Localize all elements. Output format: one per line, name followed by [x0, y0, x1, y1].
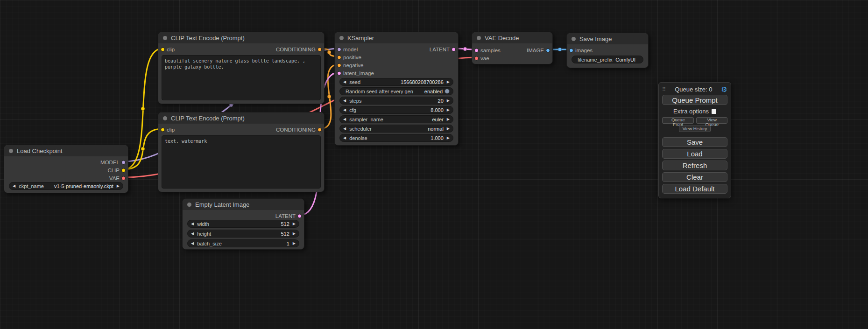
- arrow-right-icon[interactable]: ▶: [447, 136, 450, 140]
- width-widget[interactable]: ◀ width 512 ▶: [187, 220, 299, 228]
- widget-label: filename_prefix: [578, 57, 613, 63]
- arrow-left-icon[interactable]: ◀: [191, 242, 194, 245]
- refresh-button[interactable]: Refresh: [662, 161, 727, 170]
- widget-label: Random seed after every gen: [346, 89, 413, 94]
- clear-button[interactable]: Clear: [662, 172, 727, 182]
- collapse-dot-icon[interactable]: [163, 36, 167, 40]
- arrow-left-icon[interactable]: ◀: [343, 80, 346, 84]
- node-clip-text-encode-positive[interactable]: CLIP Text Encode (Prompt) clip CONDITION…: [158, 32, 325, 104]
- input-label-latent-image: latent_image: [343, 70, 374, 76]
- input-slot-clip-dot[interactable]: [161, 127, 165, 132]
- arrow-right-icon[interactable]: ▶: [293, 242, 296, 245]
- view-history-button[interactable]: View History: [679, 126, 711, 132]
- widget-label: height: [197, 231, 211, 237]
- node-titlebar[interactable]: KSampler: [335, 32, 458, 43]
- collapse-dot-icon[interactable]: [187, 203, 191, 207]
- cfg-widget[interactable]: ◀ cfg 8.000 ▶: [339, 106, 453, 114]
- ckpt-name-widget[interactable]: ◀ ckpt_name v1-5-pruned-emaonly.ckpt ▶: [9, 182, 123, 190]
- arrow-left-icon[interactable]: ◀: [343, 108, 346, 112]
- seed-widget[interactable]: ◀ seed 156680208700286 ▶: [339, 78, 453, 86]
- toggle-dot-icon[interactable]: [445, 89, 450, 94]
- collapse-dot-icon[interactable]: [9, 149, 13, 153]
- collapse-dot-icon[interactable]: [477, 36, 481, 40]
- collapse-dot-icon[interactable]: [572, 37, 576, 41]
- node-titlebar[interactable]: CLIP Text Encode (Prompt): [158, 32, 324, 43]
- extra-options-checkbox[interactable]: [712, 109, 716, 114]
- slot-row: latent_image: [335, 69, 458, 77]
- slot-row: clip CONDITIONING: [158, 45, 324, 53]
- input-slot-model-dot[interactable]: [337, 47, 341, 51]
- output-label-latent: LATENT: [275, 213, 296, 219]
- wire-clip-positive: [124, 49, 162, 169]
- denoise-widget[interactable]: ◀ denoise 1.000 ▶: [339, 134, 453, 142]
- arrow-right-icon[interactable]: ▶: [447, 108, 450, 112]
- output-slot-vae-dot[interactable]: [121, 176, 126, 180]
- input-slot-clip-dot[interactable]: [161, 47, 165, 51]
- output-slot-model-dot[interactable]: [121, 160, 126, 164]
- batch-size-widget[interactable]: ◀ batch_size 1 ▶: [187, 239, 299, 247]
- output-slot-image-dot[interactable]: [546, 48, 550, 52]
- arrow-left-icon[interactable]: ◀: [343, 127, 346, 131]
- node-save-image[interactable]: Save Image images filename_prefix ComfyU…: [566, 33, 649, 68]
- settings-gear-icon[interactable]: ⚙: [721, 86, 727, 93]
- arrow-left-icon[interactable]: ◀: [191, 222, 194, 226]
- load-default-button[interactable]: Load Default: [662, 184, 727, 194]
- node-ksampler[interactable]: KSampler model LATENT positive negative …: [334, 32, 459, 146]
- input-slot-vae-dot[interactable]: [474, 56, 479, 60]
- widget-value: 20: [438, 98, 444, 104]
- node-titlebar[interactable]: Empty Latent Image: [183, 199, 304, 210]
- arrow-right-icon[interactable]: ▶: [293, 222, 296, 226]
- arrow-right-icon[interactable]: ▶: [447, 118, 450, 121]
- arrow-right-icon[interactable]: ▶: [117, 184, 120, 188]
- random-seed-widget[interactable]: Random seed after every gen enabled: [339, 87, 453, 95]
- node-vae-decode[interactable]: VAE Decode samples IMAGE vae: [472, 32, 553, 64]
- output-label-clip: CLIP: [107, 168, 120, 173]
- widget-label: width: [197, 221, 209, 227]
- arrow-left-icon[interactable]: ◀: [13, 184, 15, 188]
- scheduler-widget[interactable]: ◀ scheduler normal ▶: [339, 125, 453, 133]
- output-slot-latent-dot[interactable]: [452, 47, 456, 51]
- height-widget[interactable]: ◀ height 512 ▶: [187, 230, 299, 238]
- arrow-right-icon[interactable]: ▶: [447, 99, 450, 103]
- input-label-samples: samples: [480, 48, 501, 53]
- widget-label: cfg: [349, 107, 356, 113]
- node-load-checkpoint[interactable]: Load Checkpoint MODEL CLIP VAE ◀ ckpt_na…: [4, 145, 128, 193]
- queue-prompt-button[interactable]: Queue Prompt: [662, 95, 727, 105]
- node-titlebar[interactable]: Save Image: [567, 33, 648, 44]
- arrow-left-icon[interactable]: ◀: [343, 136, 346, 140]
- node-empty-latent-image[interactable]: Empty Latent Image LATENT ◀ width 512 ▶ …: [182, 198, 304, 250]
- output-slot-conditioning-dot[interactable]: [318, 47, 322, 51]
- output-slot-latent-dot[interactable]: [297, 214, 302, 218]
- collapse-dot-icon[interactable]: [163, 116, 167, 120]
- node-graph-canvas[interactable]: Load Checkpoint MODEL CLIP VAE ◀ ckpt_na…: [0, 0, 868, 329]
- node-titlebar[interactable]: VAE Decode: [472, 32, 552, 43]
- arrow-left-icon[interactable]: ◀: [191, 232, 194, 236]
- input-slot-latent-image-dot[interactable]: [337, 71, 341, 75]
- input-slot-samples-dot[interactable]: [474, 48, 479, 52]
- arrow-left-icon[interactable]: ◀: [343, 99, 346, 103]
- output-slot-conditioning-dot[interactable]: [318, 127, 322, 132]
- load-button[interactable]: Load: [662, 149, 727, 159]
- input-slot-positive-dot[interactable]: [337, 55, 341, 59]
- save-button[interactable]: Save: [662, 137, 727, 147]
- node-clip-text-encode-negative[interactable]: CLIP Text Encode (Prompt) clip CONDITION…: [158, 112, 325, 192]
- input-slot-negative-dot[interactable]: [337, 63, 341, 67]
- sampler-name-widget[interactable]: ◀ sampler_name euler ▶: [339, 115, 453, 123]
- input-label-negative: negative: [343, 63, 363, 68]
- input-slot-images-dot[interactable]: [569, 48, 573, 52]
- queue-front-button[interactable]: Queue Front: [662, 117, 694, 124]
- prompt-text-field[interactable]: beautiful scenery nature glass bottle la…: [162, 55, 321, 100]
- arrow-left-icon[interactable]: ◀: [343, 118, 346, 121]
- collapse-dot-icon[interactable]: [339, 36, 344, 40]
- arrow-right-icon[interactable]: ▶: [447, 127, 450, 131]
- arrow-right-icon[interactable]: ▶: [447, 80, 450, 84]
- output-slot-clip-dot[interactable]: [121, 168, 126, 172]
- drag-handle-icon[interactable]: ⠿: [662, 86, 666, 92]
- prompt-text-field[interactable]: text, watermark: [162, 135, 321, 189]
- steps-widget[interactable]: ◀ steps 20 ▶: [339, 97, 453, 105]
- node-titlebar[interactable]: CLIP Text Encode (Prompt): [158, 112, 324, 124]
- view-queue-button[interactable]: View Queue: [696, 117, 727, 124]
- arrow-right-icon[interactable]: ▶: [293, 232, 296, 236]
- filename-prefix-widget[interactable]: filename_prefix ComfyUI: [572, 56, 643, 63]
- node-titlebar[interactable]: Load Checkpoint: [4, 145, 128, 156]
